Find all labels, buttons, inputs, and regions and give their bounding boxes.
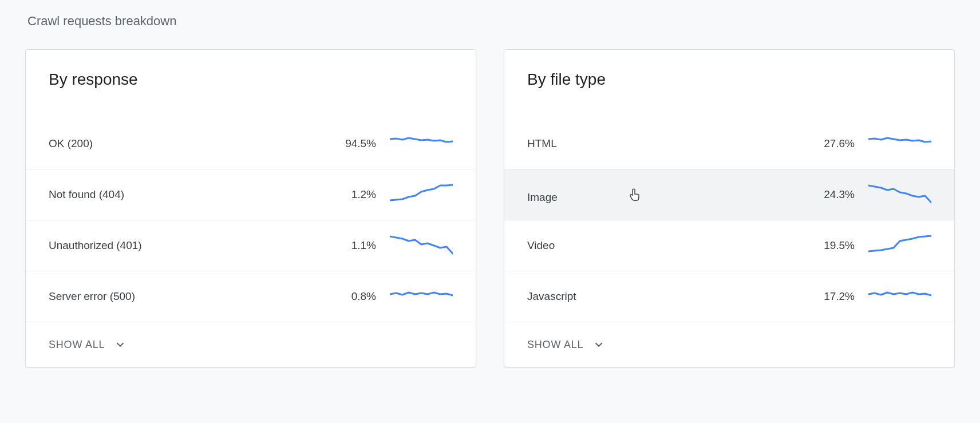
chevron-down-icon bbox=[114, 338, 127, 351]
row-unauthorized-401[interactable]: Unauthorized (401) 1.1% bbox=[26, 220, 476, 271]
page-title: Crawl requests breakdown bbox=[27, 14, 955, 29]
card-title-by-response: By response bbox=[26, 50, 476, 118]
sparkline-icon bbox=[868, 132, 931, 155]
card-by-response: By response OK (200) 94.5% Not found (40… bbox=[25, 49, 476, 367]
row-label-text: Image bbox=[527, 191, 558, 203]
row-ok-200[interactable]: OK (200) 94.5% bbox=[26, 118, 476, 169]
row-label: Not found (404) bbox=[49, 188, 317, 201]
sparkline-icon bbox=[868, 183, 931, 206]
row-label: Image bbox=[527, 186, 795, 204]
sparkline-icon bbox=[390, 183, 453, 206]
sparkline-icon bbox=[390, 132, 453, 155]
row-label: OK (200) bbox=[49, 137, 317, 150]
sparkline-icon bbox=[390, 234, 453, 257]
show-all-by-file-type[interactable]: SHOW ALL bbox=[504, 322, 954, 367]
row-not-found-404[interactable]: Not found (404) 1.2% bbox=[26, 169, 476, 220]
row-video[interactable]: Video 19.5% bbox=[504, 220, 954, 271]
row-value: 1.2% bbox=[330, 188, 376, 201]
sparkline-icon bbox=[868, 234, 931, 257]
row-value: 24.3% bbox=[809, 188, 855, 201]
row-value: 27.6% bbox=[809, 137, 855, 150]
row-label: Unauthorized (401) bbox=[49, 239, 317, 252]
chevron-down-icon bbox=[592, 338, 605, 351]
sparkline-icon bbox=[390, 285, 453, 308]
row-value: 19.5% bbox=[809, 239, 855, 252]
row-value: 17.2% bbox=[809, 290, 855, 303]
card-title-by-file-type: By file type bbox=[504, 50, 954, 118]
card-by-file-type: By file type HTML 27.6% Image 24.3% Vide… bbox=[504, 49, 955, 367]
row-html[interactable]: HTML 27.6% bbox=[504, 118, 954, 169]
row-label: Video bbox=[527, 239, 795, 252]
show-all-label: SHOW ALL bbox=[49, 339, 105, 351]
show-all-by-response[interactable]: SHOW ALL bbox=[26, 322, 476, 367]
row-label: HTML bbox=[527, 137, 795, 150]
row-javascript[interactable]: Javascript 17.2% bbox=[504, 271, 954, 322]
row-label: Server error (500) bbox=[49, 290, 317, 303]
row-server-error-500[interactable]: Server error (500) 0.8% bbox=[26, 271, 476, 322]
row-value: 1.1% bbox=[330, 239, 376, 252]
row-value: 0.8% bbox=[330, 290, 376, 303]
sparkline-icon bbox=[868, 285, 931, 308]
pointer-cursor-icon bbox=[628, 187, 641, 202]
cards-container: By response OK (200) 94.5% Not found (40… bbox=[25, 49, 955, 367]
row-label: Javascript bbox=[527, 290, 795, 303]
row-value: 94.5% bbox=[330, 137, 376, 150]
row-image[interactable]: Image 24.3% bbox=[504, 169, 954, 220]
show-all-label: SHOW ALL bbox=[527, 339, 583, 351]
